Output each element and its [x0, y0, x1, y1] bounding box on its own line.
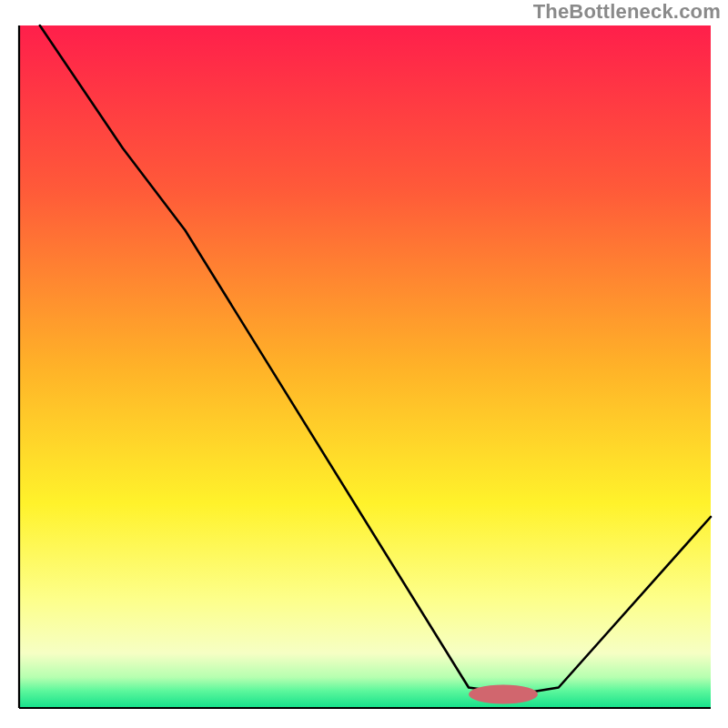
chart-canvas: TheBottleneck.com — [0, 0, 728, 728]
plot-area — [19, 25, 711, 708]
bottleneck-chart — [0, 0, 728, 728]
gradient-rect — [19, 25, 711, 708]
optimal-marker — [469, 685, 538, 704]
